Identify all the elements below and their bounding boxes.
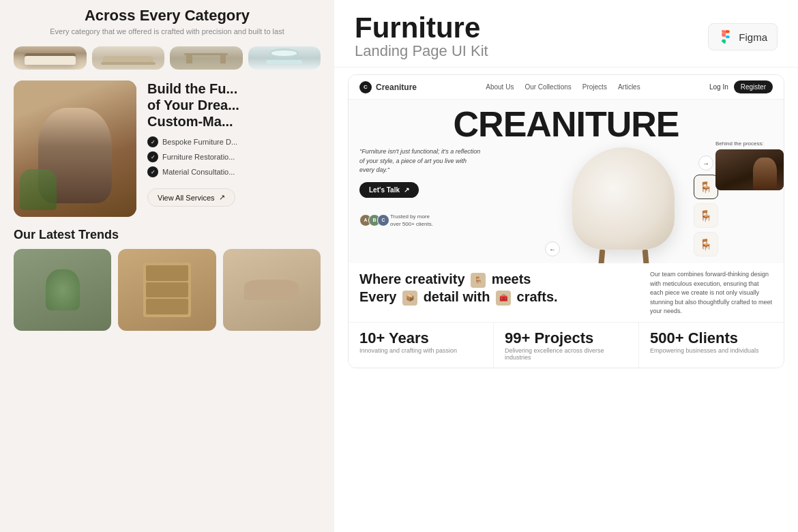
- nav-about[interactable]: About Us: [486, 83, 514, 91]
- furniture-subtitle: Landing Page UI Kit: [355, 42, 488, 60]
- stat-years-number: 10+ Years: [359, 329, 482, 347]
- avatar-3: C: [377, 214, 389, 226]
- checkmark-1: ✓: [147, 136, 158, 147]
- category-card-living[interactable]: Living Room Sofa Coffee Table Armchair: [92, 46, 165, 70]
- build-section: 🪑 Arm Chair Currently building Build the…: [0, 80, 334, 228]
- hero-content-row: "Furniture isn't just functional; it's a…: [359, 147, 773, 256]
- hero-big-text: CREANITURE: [359, 106, 773, 142]
- creativity-icon-2: 📦: [402, 291, 417, 306]
- chair-thumb-2[interactable]: 🪑: [694, 203, 718, 228]
- app-mockup: C Creaniture About Us Our Collections Pr…: [348, 74, 784, 368]
- trend-card-2[interactable]: [118, 249, 216, 331]
- chair-main: [572, 147, 675, 250]
- furniture-main-title: Furniture: [355, 14, 488, 42]
- creativity-description: Our team combines forward-thinking desig…: [650, 270, 773, 316]
- nav-collections[interactable]: Our Collections: [524, 83, 571, 91]
- chair-leg-2: [642, 250, 649, 263]
- avatars: A B C: [359, 214, 386, 226]
- stat-projects: 99+ Projects Delivering excellence acros…: [494, 323, 639, 368]
- chair-thumb-1[interactable]: 🪑: [694, 175, 718, 199]
- trusted-text: Trusted by moreover 500+ clients.: [390, 213, 433, 228]
- prev-arrow[interactable]: ←: [545, 241, 560, 256]
- section-title: Across Every Category: [20, 7, 314, 25]
- checkmark-2: ✓: [147, 151, 158, 162]
- hero-quote: "Furniture isn't just functional; it's a…: [359, 147, 482, 175]
- app-nav-links: About Us Our Collections Projects Articl…: [486, 83, 640, 91]
- stat-projects-number: 99+ Projects: [505, 329, 627, 347]
- app-logo: C Creaniture: [359, 81, 417, 93]
- nav-projects[interactable]: Projects: [582, 83, 607, 91]
- creativity-meets: meets: [492, 271, 531, 286]
- behind-label: Behind the process:: [715, 141, 784, 147]
- feature-2: ✓ Furniture Restoratio...: [147, 151, 321, 162]
- figma-badge[interactable]: Figma: [708, 23, 778, 50]
- register-button[interactable]: Register: [734, 80, 773, 93]
- creativity-icon-1: 🪑: [471, 273, 486, 288]
- creativity-title: Where creativity 🪑 meets Every 📦 detail …: [359, 270, 639, 306]
- app-nav: C Creaniture About Us Our Collections Pr…: [349, 75, 784, 100]
- nav-articles[interactable]: Articles: [618, 83, 640, 91]
- creativity-icon-3: 🧰: [496, 291, 511, 306]
- left-panel: Across Every Category Every category tha…: [0, 0, 334, 532]
- next-arrow[interactable]: →: [698, 156, 713, 171]
- view-all-services-button[interactable]: View All Services ↗: [147, 188, 235, 207]
- stats-row: 10+ Years Innovating and crafting with p…: [349, 322, 784, 368]
- stat-years: 10+ Years Innovating and crafting with p…: [349, 323, 494, 368]
- logo-text: Creaniture: [376, 83, 417, 92]
- feature-3: ✓ Material Consultatio...: [147, 166, 321, 177]
- creativity-every: Every: [359, 289, 400, 304]
- latest-trends-title: Our Latest Trends: [14, 228, 321, 242]
- build-heading: Build the Fu...of Your Drea...Custom-Ma.…: [147, 80, 321, 130]
- creativity-crafts: crafts.: [517, 289, 558, 304]
- chair-legs: [579, 250, 668, 263]
- creativity-section: Where creativity 🪑 meets Every 📦 detail …: [349, 263, 784, 322]
- stat-clients: 500+ Clients Empowering businesses and i…: [639, 323, 784, 368]
- trend-card-3[interactable]: [223, 249, 321, 331]
- right-panel: Furniture Landing Page UI Kit Figma C Cr…: [334, 0, 798, 532]
- category-cards: Bedroom Bed Nightstand Wardrobe Living R…: [0, 46, 334, 80]
- chair-visual: Zenith Chair: [565, 147, 688, 256]
- chair-leg-1: [597, 250, 605, 263]
- checkmark-3: ✓: [147, 166, 158, 177]
- trend-card-1[interactable]: [14, 249, 111, 331]
- behind-video[interactable]: ▶: [715, 149, 784, 190]
- stat-projects-label: Delivering excellence across diverse ind…: [505, 347, 627, 361]
- behind-process: Behind the process: ▶: [715, 141, 784, 190]
- build-text: Build the Fu...of Your Drea...Custom-Ma.…: [147, 80, 321, 217]
- arrow-icon: ↗: [219, 193, 225, 202]
- creativity-left: Where creativity 🪑 meets Every 📦 detail …: [359, 270, 639, 316]
- stat-clients-label: Empowering businesses and individuals: [650, 347, 773, 354]
- hero-left: "Furniture isn't just functional; it's a…: [359, 147, 482, 256]
- category-card-dining[interactable]: Dining Room Table Chairs Cabinet: [170, 46, 243, 70]
- category-card-bedroom[interactable]: Bedroom Bed Nightstand Wardrobe: [14, 46, 87, 70]
- app-hero: CREANITURE "Furniture isn't just functio…: [349, 100, 784, 263]
- creativity-line1: Where creativity: [359, 271, 465, 286]
- creativity-detail: detail with: [424, 289, 494, 304]
- chair-thumb-3[interactable]: 🪑: [694, 232, 718, 256]
- section-subtitle: Every category that we offered is crafte…: [20, 27, 314, 35]
- build-image: 🪑 Arm Chair Currently building: [14, 80, 136, 217]
- lets-talk-button[interactable]: Let's Talk ↗: [359, 182, 419, 198]
- arrow-icon: ↗: [404, 186, 409, 194]
- figma-icon: [718, 29, 733, 44]
- trends-grid: [14, 249, 321, 331]
- figma-label: Figma: [739, 31, 767, 43]
- app-nav-actions: Log In Register: [709, 80, 773, 93]
- category-card-bathroom[interactable]: Bathroom: [248, 46, 321, 70]
- stat-clients-number: 500+ Clients: [650, 329, 773, 347]
- feature-1: ✓ Bespoke Furniture D...: [147, 136, 321, 147]
- trusted-row: A B C Trusted by moreover 500+ clients.: [359, 213, 482, 228]
- furniture-header: Furniture Landing Page UI Kit Figma: [334, 0, 798, 68]
- latest-trends-section: Our Latest Trends: [0, 228, 334, 331]
- stat-years-label: Innovating and crafting with passion: [359, 347, 482, 354]
- login-button[interactable]: Log In: [709, 83, 728, 91]
- furniture-title-block: Furniture Landing Page UI Kit: [355, 14, 488, 60]
- logo-icon: C: [359, 81, 372, 93]
- section-header: Across Every Category Every category tha…: [0, 0, 334, 46]
